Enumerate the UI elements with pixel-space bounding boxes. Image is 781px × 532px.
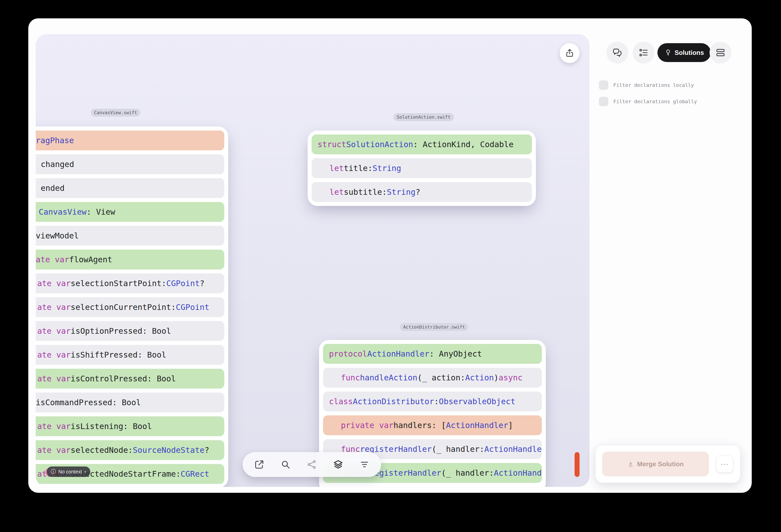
code-token: title: — [344, 164, 373, 173]
more-button[interactable]: ··· — [716, 456, 733, 473]
solutions-label: Solutions — [674, 49, 704, 56]
declaration-row[interactable]: ate var isListening: Bool — [36, 416, 224, 436]
code-token: selectionCurrentPoint: — [71, 302, 176, 312]
code-token: ActionHandler — [367, 349, 429, 359]
code-token: String — [387, 187, 416, 197]
merge-label: Merge Solution — [637, 460, 684, 468]
merge-panel: Merge Solution ··· — [595, 445, 740, 483]
code-token: async — [499, 373, 523, 382]
code-token: ] — [508, 420, 513, 430]
code-token: ? — [204, 445, 209, 455]
chat-bubbles-icon — [612, 47, 623, 58]
filter-checkbox-global[interactable] — [599, 97, 608, 106]
code-token: isCommandPressed: Bool — [36, 398, 141, 407]
declaration-row[interactable]: ate var isOptionPressed: Bool — [36, 321, 224, 341]
code-token: handlers: [ — [394, 420, 446, 430]
code-token: func — [341, 373, 360, 382]
search-button[interactable] — [279, 457, 292, 472]
merge-icon — [627, 460, 634, 467]
scrollbar-thumb[interactable] — [575, 452, 580, 477]
open-in-new-icon — [254, 459, 265, 470]
code-token: : ActionKind, Codable — [413, 140, 513, 149]
code-token: CGPoint — [176, 302, 209, 312]
code-token: Action — [465, 373, 494, 382]
app-window: CanvasView.swift ragPhasechangedendedCan… — [28, 18, 752, 493]
code-token: ActionHandler — [494, 468, 542, 478]
declaration-row[interactable]: func handleAction(_ action: Action) asyn… — [323, 368, 542, 387]
declaration-row[interactable]: ate var isControlPressed: Bool — [36, 369, 224, 388]
code-token: isShiftPressed: Bool — [71, 350, 166, 360]
layers-icon — [333, 459, 343, 470]
info-icon: ⓘ — [51, 469, 56, 475]
declaration-row[interactable]: ate var flowAgent — [36, 250, 224, 270]
declaration-row[interactable]: ate var selectedNode: SourceNodeState? — [36, 440, 224, 460]
declaration-row[interactable]: let subtitle: String? — [312, 182, 532, 202]
code-token: : View — [87, 207, 115, 217]
code-token: struct — [318, 140, 346, 149]
card-body: ragPhasechangedendedCanvasView: Viewview… — [36, 127, 228, 487]
declaration-row[interactable]: isCommandPressed: Bool — [36, 393, 224, 412]
filter-button[interactable] — [358, 457, 371, 472]
declaration-row[interactable]: ate var isShiftPressed: Bool — [36, 345, 224, 365]
file-badge: CanvasView.swift — [91, 109, 140, 117]
rows-button[interactable] — [709, 42, 731, 64]
graph-button[interactable] — [305, 457, 319, 472]
no-context-label: No context — [58, 469, 82, 475]
checklist-icon — [638, 47, 649, 58]
code-token: ? — [416, 187, 420, 197]
declaration-row[interactable]: let title: String — [312, 158, 532, 178]
rows-icon — [715, 47, 726, 58]
code-token: ObservableObject — [439, 397, 515, 406]
code-token: ate var — [36, 255, 69, 264]
merge-solution-button[interactable]: Merge Solution — [602, 452, 709, 477]
filter-icon — [359, 459, 370, 470]
code-token: CanvasView — [39, 207, 87, 217]
search-icon — [280, 459, 291, 470]
code-token: CGRect — [180, 469, 209, 479]
declaration-row[interactable]: private var handlers: [ActionHandler] — [323, 415, 542, 435]
code-token: handleAction — [360, 373, 417, 382]
declaration-row[interactable]: protocol ActionHandler: AnyObject — [323, 344, 542, 364]
checklist-button[interactable] — [633, 42, 654, 64]
declaration-row[interactable]: ended — [36, 178, 224, 198]
comments-button[interactable] — [606, 42, 628, 64]
code-token: let — [329, 187, 344, 197]
code-token: selectionStartPoint: — [71, 279, 166, 288]
share-button[interactable] — [560, 43, 580, 63]
share-icon — [565, 48, 574, 58]
declaration-row[interactable]: CanvasView: View — [36, 202, 224, 222]
code-token: ActionHandler — [484, 444, 542, 454]
code-token: viewModel — [36, 231, 79, 240]
file-badge: SolutionAction.swift — [394, 113, 454, 121]
declaration-row[interactable]: viewModel — [36, 226, 224, 246]
code-token: ate var — [37, 302, 71, 312]
declaration-row[interactable]: class ActionDistributor: ObservableObjec… — [323, 392, 542, 411]
code-token: subtitle: — [344, 187, 387, 197]
declaration-row[interactable]: struct SolutionAction: ActionKind, Codab… — [312, 134, 532, 154]
filter-label-global: Filter declarations globally — [613, 98, 697, 105]
code-token: : — [434, 397, 439, 406]
floating-toolbar — [243, 452, 381, 477]
code-token: isControlPressed: Bool — [71, 374, 176, 383]
code-token: ate var — [37, 445, 71, 455]
code-token: SourceNodeState — [133, 445, 204, 455]
code-token: ate var — [37, 350, 71, 360]
graph-icon — [306, 459, 317, 470]
declaration-row[interactable]: changed — [36, 154, 224, 174]
desktop: { "canvas": { "cards": [ { "id": "canvas… — [0, 0, 781, 532]
no-context-badge[interactable]: ⓘ No context ▾ — [47, 466, 90, 477]
declaration-row[interactable]: ate var selectionCurrentPoint: CGPoint — [36, 297, 224, 317]
code-token: protocol — [329, 349, 367, 359]
open-in-new-button[interactable] — [252, 457, 266, 472]
code-token: ate var — [37, 279, 71, 288]
code-token: isListening: Bool — [71, 421, 152, 431]
chevron-down-icon: ▾ — [84, 469, 86, 474]
solutions-button[interactable]: Solutions — [657, 43, 711, 62]
declaration-row[interactable]: ate var selectionStartPoint: CGPoint? — [36, 274, 224, 293]
lightbulb-icon — [664, 49, 672, 56]
code-token: String — [372, 164, 401, 173]
filter-checkbox-local[interactable] — [599, 80, 608, 90]
declaration-row[interactable]: ragPhase — [36, 130, 224, 150]
layers-button[interactable] — [331, 457, 345, 472]
canvas[interactable]: CanvasView.swift ragPhasechangedendedCan… — [36, 34, 589, 487]
